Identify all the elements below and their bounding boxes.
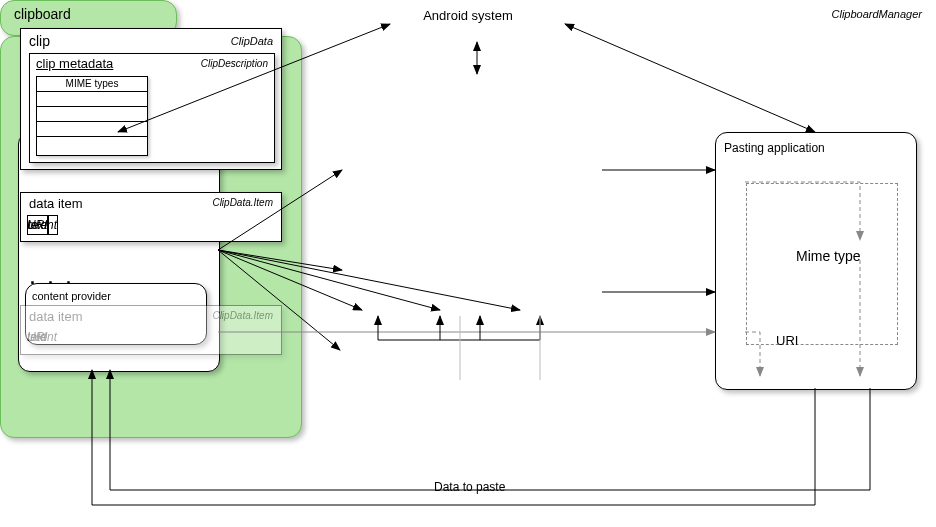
mime-row bbox=[37, 107, 147, 122]
data-item-2-box: data item ClipData.Item text URI Intent bbox=[20, 305, 282, 355]
mime-row bbox=[37, 122, 147, 137]
data-to-paste-label: Data to paste bbox=[430, 480, 509, 494]
diagram-canvas: Android system Copying application conte… bbox=[0, 0, 936, 527]
clip-class: ClipData bbox=[231, 35, 273, 47]
clipboard-class: ClipboardManager bbox=[832, 8, 923, 20]
clip-box: clip ClipData clip metadata ClipDescript… bbox=[20, 28, 282, 170]
mime-row bbox=[37, 92, 147, 107]
mime-row bbox=[37, 137, 147, 151]
pasting-app-label: Pasting application bbox=[724, 141, 825, 155]
data-item-2-title: data item bbox=[29, 309, 82, 324]
mime-type-label: Mime type bbox=[796, 248, 861, 264]
clip-metadata-box: clip metadata ClipDescription MIME types bbox=[29, 53, 275, 163]
item1-intent-cell: Intent bbox=[27, 215, 58, 235]
uri-label: URI bbox=[776, 333, 798, 348]
mime-types-table: MIME types bbox=[36, 76, 148, 156]
data-item-1-title: data item bbox=[29, 196, 82, 211]
clip-title: clip bbox=[29, 33, 50, 49]
item2-intent-cell: Intent bbox=[27, 328, 57, 346]
content-provider-label: content provider bbox=[32, 290, 111, 302]
clip-metadata-class: ClipDescription bbox=[201, 58, 268, 69]
data-item-1-box: data item ClipData.Item text URI Intent bbox=[20, 192, 282, 242]
data-item-1-class: ClipData.Item bbox=[212, 197, 273, 208]
clipboard-title: clipboard bbox=[14, 6, 71, 22]
android-system-label: Android system bbox=[0, 8, 936, 23]
clip-metadata-title: clip metadata bbox=[36, 56, 113, 71]
data-item-2-class: ClipData.Item bbox=[212, 310, 273, 321]
pasting-app-box: Pasting application Mime type URI bbox=[715, 132, 917, 390]
svg-line-1 bbox=[565, 24, 815, 132]
mime-header: MIME types bbox=[37, 77, 147, 92]
ellipsis: . . . bbox=[30, 268, 75, 289]
pasting-inner-dashed bbox=[746, 183, 898, 345]
clipboard-box: clipboard ClipboardManager clip ClipData… bbox=[0, 36, 302, 438]
